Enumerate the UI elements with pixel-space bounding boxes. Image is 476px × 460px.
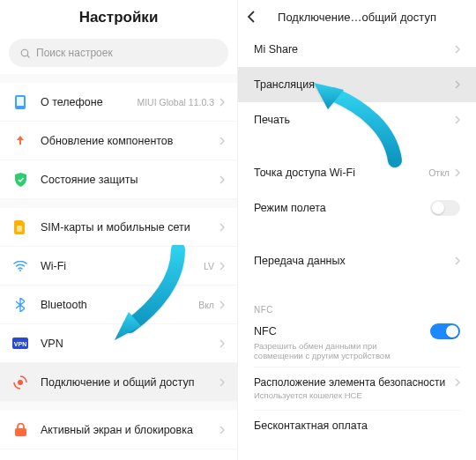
separator: [0, 402, 237, 411]
phone-icon: [12, 94, 28, 110]
wifi-icon: [12, 258, 28, 274]
search-icon: [19, 48, 31, 59]
row-value: MIUI Global 11.0.3: [137, 97, 214, 108]
row-nfc[interactable]: NFC Разрешить обмен данными при совмещен…: [238, 318, 476, 367]
row-label: Печать: [254, 114, 455, 126]
svg-text:VPN: VPN: [14, 341, 26, 347]
row-label: Передача данных: [254, 255, 455, 267]
row-label: Расположение элемента безопасности: [254, 376, 455, 389]
row-label: Подключение и общий доступ: [41, 376, 219, 389]
row-subtitle: Разрешить обмен данными при совмещении с…: [254, 341, 421, 361]
chevron-right-icon: [219, 175, 225, 184]
row-wifi[interactable]: Wi-Fi LV: [0, 247, 237, 286]
svg-rect-4: [17, 226, 22, 232]
row-subtitle: Используется кошелек HCE: [254, 390, 362, 400]
row-lock-screen[interactable]: Активный экран и блокировка: [0, 411, 237, 449]
row-airplane-mode[interactable]: Режим полета: [238, 190, 476, 226]
chevron-right-icon: [219, 300, 225, 309]
update-icon: [12, 133, 28, 149]
separator: [238, 226, 476, 243]
row-data-transfer[interactable]: Передача данных: [238, 243, 476, 278]
svg-point-0: [21, 49, 28, 56]
row-contactless-payment[interactable]: Бесконтактная оплата: [238, 411, 476, 441]
lock-icon: [12, 422, 28, 438]
row-label: Состояние защиты: [41, 174, 219, 186]
row-value: Вкл: [198, 300, 214, 310]
row-components-update[interactable]: Обновление компонентов: [0, 122, 237, 160]
row-label: Активный экран и блокировка: [41, 424, 219, 436]
connection-sharing-pane: Подключение…общий доступ Mi Share Трансл…: [238, 0, 476, 460]
row-label: Bluetooth: [41, 299, 198, 311]
settings-pane: Настройки Поиск настроек О телефоне MIUI…: [0, 0, 238, 460]
chevron-right-icon: [219, 137, 225, 145]
row-label: Точка доступа Wi-Fi: [254, 167, 428, 179]
vpn-icon: VPN: [12, 336, 28, 352]
row-label: SIM-карты и мобильные сети: [41, 221, 219, 234]
back-button[interactable]: [247, 11, 263, 23]
row-label: Обновление компонентов: [41, 135, 219, 147]
subpage-header: Подключение…общий доступ: [238, 0, 476, 32]
chevron-right-icon: [219, 223, 225, 232]
svg-rect-3: [17, 97, 24, 106]
page-title: Настройки: [0, 0, 237, 35]
row-label: Режим полета: [254, 202, 430, 214]
row-cast[interactable]: Трансляция: [238, 67, 476, 102]
separator: [238, 137, 476, 155]
sim-icon: [12, 219, 28, 235]
chevron-right-icon: [455, 45, 460, 54]
row-label: VPN: [41, 338, 219, 350]
chevron-right-icon: [455, 80, 460, 89]
chevron-right-icon: [219, 339, 225, 348]
airplane-toggle[interactable]: [430, 200, 460, 216]
row-label: Wi-Fi: [41, 260, 204, 272]
row-value: Откл: [428, 167, 450, 178]
row-security-status[interactable]: Состояние защиты: [0, 160, 237, 199]
row-connection-sharing[interactable]: Подключение и общий доступ: [0, 363, 237, 402]
chevron-right-icon: [455, 378, 460, 387]
search-input[interactable]: Поиск настроек: [9, 39, 228, 67]
separator: [0, 74, 237, 83]
row-bluetooth[interactable]: Bluetooth Вкл: [0, 286, 237, 324]
svg-line-1: [27, 55, 29, 56]
row-print[interactable]: Печать: [238, 102, 476, 137]
row-mi-share[interactable]: Mi Share: [238, 32, 476, 67]
row-label: Трансляция: [254, 78, 455, 91]
chevron-right-icon: [455, 115, 460, 124]
row-display[interactable]: Экран: [0, 449, 237, 460]
search-placeholder: Поиск настроек: [36, 47, 113, 59]
row-hotspot[interactable]: Точка доступа Wi-Fi Откл: [238, 155, 476, 190]
chevron-right-icon: [455, 168, 460, 177]
svg-point-5: [19, 270, 21, 271]
row-label: Бесконтактная оплата: [254, 419, 460, 432]
row-secure-element[interactable]: Расположение элемента безопасности Испол…: [238, 367, 476, 410]
chevron-right-icon: [455, 256, 460, 265]
chevron-right-icon: [219, 378, 225, 387]
row-label: Mi Share: [254, 43, 455, 56]
section-header-nfc: NFC: [238, 296, 476, 318]
subpage-title: Подключение…общий доступ: [263, 11, 451, 24]
chevron-right-icon: [219, 98, 225, 107]
bluetooth-icon: [12, 297, 28, 313]
row-vpn[interactable]: VPN VPN: [0, 324, 237, 363]
separator: [0, 199, 237, 208]
row-sim-cards[interactable]: SIM-карты и мобильные сети: [0, 208, 237, 247]
shield-icon: [12, 172, 28, 188]
separator: [238, 278, 476, 296]
share-icon: [12, 375, 28, 390]
row-label: О телефоне: [41, 96, 137, 108]
chevron-right-icon: [219, 426, 225, 434]
row-label: NFC: [254, 325, 430, 338]
chevron-right-icon: [219, 262, 225, 271]
nfc-toggle[interactable]: [430, 323, 460, 339]
row-value: LV: [204, 261, 214, 271]
chevron-left-icon: [247, 11, 255, 23]
row-about-phone[interactable]: О телефоне MIUI Global 11.0.3: [0, 83, 237, 122]
svg-point-8: [18, 380, 23, 385]
svg-rect-9: [15, 428, 26, 436]
